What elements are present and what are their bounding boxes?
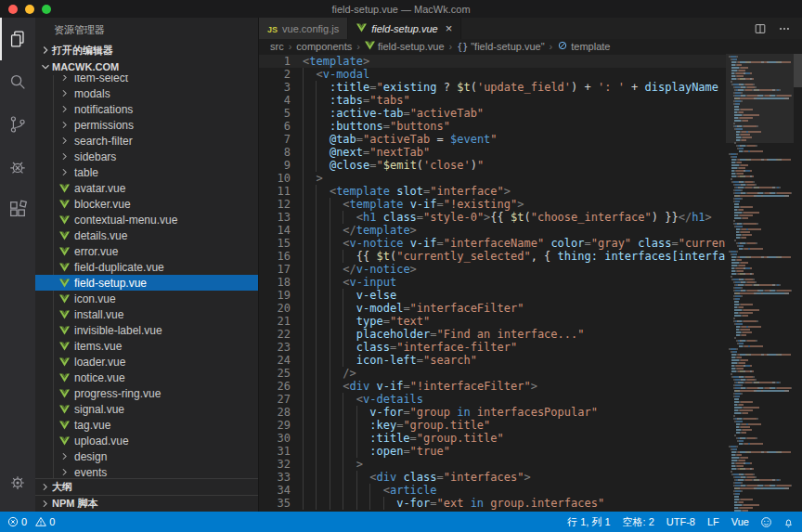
settings-gear-icon[interactable] [0, 461, 35, 504]
tree-file-field-duplicate.vue[interactable]: field-duplicate.vue [35, 259, 258, 275]
scrollbar-thumb[interactable] [794, 54, 802, 87]
tree-file-invisible-label.vue[interactable]: invisible-label.vue [35, 322, 258, 338]
tree-file-avatar.vue[interactable]: avatar.vue [35, 180, 258, 196]
encoding[interactable]: UTF-8 [666, 516, 695, 527]
minimap[interactable] [726, 54, 794, 512]
code-line[interactable]: 1<template> [259, 55, 726, 68]
breadcrumb-item-1[interactable]: src [270, 41, 284, 52]
tree-folder-notifications[interactable]: notifications [35, 101, 258, 117]
code-line[interactable]: 8 @next="nextTab" [259, 146, 726, 159]
tab-field-setup.vue[interactable]: field-setup.vue× [348, 18, 461, 39]
tree-file-progress-ring.vue[interactable]: progress-ring.vue [35, 385, 258, 401]
code-line[interactable]: 21 type="text" [259, 315, 726, 328]
tree-file-upload.vue[interactable]: upload.vue [35, 433, 258, 448]
code-line[interactable]: 22 placeholder="Find an interface..." [259, 328, 726, 341]
tree-file-details.vue[interactable]: details.vue [35, 227, 258, 243]
indentation[interactable]: 空格: 2 [623, 515, 654, 529]
code-line[interactable]: 27 <v-details [259, 393, 726, 406]
tree-folder-sidebars[interactable]: sidebars [35, 149, 258, 164]
code-line[interactable]: 9 @close="$emit('close')" [259, 159, 726, 172]
code-line[interactable]: 2 <v-modal [259, 68, 726, 81]
breadcrumb-item-5[interactable]: template [557, 40, 610, 53]
tree-file-error.vue[interactable]: error.vue [35, 243, 258, 259]
tree-file-notice.vue[interactable]: notice.vue [35, 370, 258, 385]
code-line[interactable]: 20 v-model="interfaceFilter" [259, 302, 726, 315]
tree-file-field-setup.vue[interactable]: field-setup.vue [35, 275, 258, 291]
code-line[interactable]: 32 > [259, 458, 726, 471]
code-line[interactable]: 11 <template slot="interface"> [259, 185, 726, 198]
breadcrumb-item-2[interactable]: components [296, 41, 352, 52]
line-number: 6 [259, 120, 303, 133]
code-line[interactable]: 4 :tabs="tabs" [259, 94, 726, 107]
code-line[interactable]: 24 icon-left="search" [259, 354, 726, 367]
code-line[interactable]: 26 <div v-if="!interfaceFilter"> [259, 380, 726, 393]
tree-folder-events[interactable]: events [35, 464, 258, 478]
more-actions-icon[interactable] [778, 22, 791, 35]
code-line[interactable]: 25 /> [259, 367, 726, 380]
error-count[interactable]: 0 [7, 516, 27, 527]
search-icon[interactable] [0, 60, 35, 103]
code-line[interactable]: 23 class="interface-filter" [259, 341, 726, 354]
minimize-window-button[interactable] [25, 5, 34, 14]
code-line[interactable]: 13 <h1 class="style-0">{{ $t("choose_int… [259, 211, 726, 224]
close-window-button[interactable] [8, 5, 18, 14]
code-line[interactable]: 35 v-for="ext in group.interfaces" [259, 497, 726, 510]
tree-file-blocker.vue[interactable]: blocker.vue [35, 196, 258, 212]
tree-folder-design[interactable]: design [35, 448, 258, 464]
tree-folder-permissions[interactable]: permissions [35, 117, 258, 133]
close-icon[interactable]: × [446, 24, 453, 33]
extensions-icon[interactable] [0, 188, 35, 231]
editor-scrollbar[interactable] [794, 54, 802, 512]
tree-file-items.vue[interactable]: items.vue [35, 338, 258, 354]
split-editor-icon[interactable] [754, 22, 767, 35]
cursor-position[interactable]: 行 1, 列 1 [567, 515, 610, 529]
notifications-bell-icon[interactable] [783, 516, 795, 528]
outline-section[interactable]: 大纲 [35, 478, 258, 495]
code-line[interactable]: 30 :title="group.title" [259, 432, 726, 445]
code-line[interactable]: 14 </template> [259, 224, 726, 237]
warning-icon [35, 516, 46, 527]
code-line[interactable]: 34 <article [259, 484, 726, 497]
project-section[interactable]: MACWK.COM [35, 58, 258, 75]
problems-indicator[interactable]: 00 [7, 516, 59, 527]
tree-file-contextual-menu.vue[interactable]: contextual-menu.vue [35, 212, 258, 227]
code-line[interactable]: 5 :active-tab="activeTab" [259, 107, 726, 120]
npm-scripts-section[interactable]: NPM 脚本 [35, 495, 258, 512]
code-line[interactable]: 33 <div class="interfaces"> [259, 471, 726, 484]
language-mode[interactable]: Vue [731, 516, 749, 527]
code-line[interactable]: 28 v-for="group in interfacesPopular" [259, 406, 726, 419]
tab-actions [754, 18, 802, 39]
debug-icon[interactable] [0, 146, 35, 188]
code-line[interactable]: 17 </v-notice> [259, 263, 726, 276]
tree-file-install.vue[interactable]: install.vue [35, 306, 258, 322]
tree-folder-table[interactable]: table [35, 164, 258, 180]
code-line[interactable]: 10 > [259, 172, 726, 185]
open-editors-section[interactable]: 打开的编辑器 [35, 42, 258, 58]
tab-vue.config.js[interactable]: JSvue.config.js [259, 18, 348, 39]
code-line[interactable]: 3 :title="existing ? $t('update_field') … [259, 81, 726, 94]
tree-file-icon.vue[interactable]: icon.vue [35, 291, 258, 306]
explorer-icon[interactable] [0, 18, 35, 60]
source-control-icon[interactable] [0, 103, 35, 146]
tree-folder-item-select[interactable]: item-select [35, 75, 258, 85]
eol[interactable]: LF [707, 516, 719, 527]
tree-folder-modals[interactable]: modals [35, 85, 258, 101]
code-line[interactable]: 7 @tab="activeTab = $event" [259, 133, 726, 146]
code-line[interactable]: 16 {{ $t("currently_selected", { thing: … [259, 250, 726, 263]
tree-file-loader.vue[interactable]: loader.vue [35, 354, 258, 370]
tree-file-tag.vue[interactable]: tag.vue [35, 417, 258, 433]
tree-file-signal.vue[interactable]: signal.vue [35, 401, 258, 417]
code-line[interactable]: 6 :buttons="buttons" [259, 120, 726, 133]
code-line[interactable]: 19 v-else [259, 289, 726, 302]
code-line[interactable]: 31 :open="true" [259, 445, 726, 458]
code-line[interactable]: 12 <template v-if="!existing"> [259, 198, 726, 211]
code-line[interactable]: 18 <v-input [259, 276, 726, 289]
code-line[interactable]: 15 <v-notice v-if="interfaceName" color=… [259, 237, 726, 250]
feedback-smiley-icon[interactable] [760, 516, 772, 528]
warning-count[interactable]: 0 [35, 516, 55, 527]
zoom-window-button[interactable] [42, 5, 51, 14]
breadcrumb-item-3[interactable]: field-setup.vue [365, 41, 445, 52]
breadcrumb-item-4[interactable]: {}"field-setup.vue" [457, 41, 544, 52]
tree-folder-search-filter[interactable]: search-filter [35, 133, 258, 149]
code-line[interactable]: 29 :key="group.title" [259, 419, 726, 432]
